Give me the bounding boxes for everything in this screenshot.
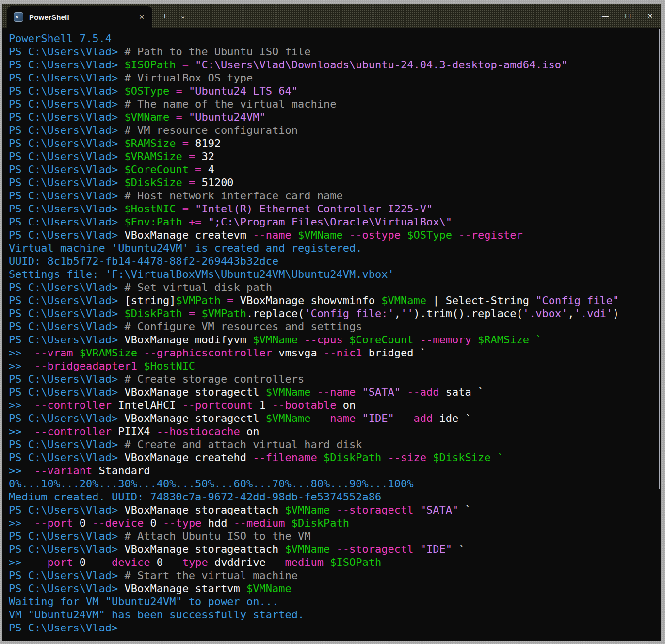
terminal-line: PS C:\Users\Vlad> VBoxManage createhd --… [9, 451, 661, 464]
terminal-line: Virtual machine 'Ubuntu24VM' is created … [9, 242, 661, 255]
terminal-line: PS C:\Users\Vlad> [9, 621, 661, 634]
terminal-line: PS C:\Users\Vlad> VBoxManage storageatta… [9, 543, 661, 556]
terminal-line: PS C:\Users\Vlad> # Configure VM resourc… [9, 320, 661, 333]
terminal-line: PS C:\Users\Vlad> # Path to the Ubuntu I… [9, 45, 661, 58]
tab-bar: >_ PowerShell ✕ + ⌄ — □ ✕ [2, 4, 661, 28]
terminal-line: PS C:\Users\Vlad> $HostNIC = "Intel(R) E… [9, 202, 661, 215]
terminal-line: PS C:\Users\Vlad> VBoxManage startvm $VM… [9, 582, 661, 595]
terminal-line: PS C:\Users\Vlad> # Host network interfa… [9, 189, 661, 202]
tab-dropdown-button[interactable]: ⌄ [174, 4, 192, 28]
terminal-line: PS C:\Users\Vlad> # Attach Ubuntu ISO to… [9, 530, 661, 543]
scrollbar[interactable] [659, 29, 660, 489]
terminal-line: Medium created. UUID: 74830c7a-9672-42dd… [9, 490, 661, 503]
terminal-line: PS C:\Users\Vlad> $RAMSize = 8192 [9, 137, 661, 150]
new-tab-button[interactable]: + [156, 4, 174, 28]
terminal-line: PS C:\Users\Vlad> $ISOPath = "C:\Users\V… [9, 58, 661, 71]
terminal-window: >_ PowerShell ✕ + ⌄ — □ ✕ PowerShell 7.5… [2, 4, 661, 641]
tab-powershell[interactable]: >_ PowerShell ✕ [7, 6, 152, 28]
terminal-line: >> --port 0 --device 0 --type hdd --medi… [9, 516, 661, 530]
terminal-line: >> --vram $VRAMSize --graphicscontroller… [9, 346, 661, 359]
terminal-line: PowerShell 7.5.4 [9, 32, 661, 45]
terminal-line: UUID: 8c1b5f72-fb14-4478-88f2-269443b32d… [9, 255, 661, 268]
terminal-line: PS C:\Users\Vlad> VBoxManage storagectl … [9, 412, 661, 425]
terminal-line: PS C:\Users\Vlad> # The name of the virt… [9, 97, 661, 111]
terminal-line: PS C:\Users\Vlad> # Set virtual disk pat… [9, 281, 661, 294]
terminal-line: PS C:\Users\Vlad> $VRAMSize = 32 [9, 150, 661, 163]
terminal-line: >> --variant Standard [9, 464, 661, 477]
terminal-line: >> --bridgeadapter1 $HostNIC [9, 359, 661, 372]
terminal-line: VM "Ubuntu24VM" has been successfully st… [9, 608, 661, 621]
terminal-line: PS C:\Users\Vlad> $Env:Path += ";C:\Prog… [9, 215, 661, 228]
terminal-line: PS C:\Users\Vlad> $OSType = "Ubuntu24_LT… [9, 84, 661, 97]
terminal-line: PS C:\Users\Vlad> $DiskPath = $VMPath.re… [9, 307, 661, 320]
terminal-line: PS C:\Users\Vlad> # VM resource configur… [9, 124, 661, 137]
terminal-line: PS C:\Users\Vlad> VBoxManage storageatta… [9, 503, 661, 516]
terminal-line: PS C:\Users\Vlad> $DiskSize = 51200 [9, 176, 661, 189]
terminal-line: PS C:\Users\Vlad> # VirtualBox OS type [9, 71, 661, 84]
window-controls: — □ ✕ [594, 4, 661, 28]
powershell-icon: >_ [14, 12, 23, 22]
terminal-line: >> --port 0 --device 0 --type dvddrive -… [9, 556, 661, 569]
terminal-line: PS C:\Users\Vlad> # Start the virtual ma… [9, 569, 661, 582]
tab-close-icon[interactable]: ✕ [136, 12, 147, 22]
terminal-line: PS C:\Users\Vlad> VBoxManage createvm --… [9, 228, 661, 242]
terminal-line: PS C:\Users\Vlad> [string]$VMPath = VBox… [9, 294, 661, 307]
terminal-output[interactable]: PowerShell 7.5.4PS C:\Users\Vlad> # Path… [2, 28, 661, 641]
terminal-line: Waiting for VM "Ubuntu24VM" to power on.… [9, 595, 661, 608]
terminal-line: PS C:\Users\Vlad> VBoxManage modifyvm $V… [9, 333, 661, 346]
terminal-line: PS C:\Users\Vlad> $VMName = "Ubuntu24VM" [9, 111, 661, 124]
terminal-line: PS C:\Users\Vlad> # Create and attach vi… [9, 438, 661, 451]
tab-title: PowerShell [29, 13, 130, 21]
terminal-line: PS C:\Users\Vlad> $CoreCount = 4 [9, 163, 661, 176]
close-button[interactable]: ✕ [639, 4, 661, 28]
minimize-button[interactable]: — [594, 4, 616, 28]
terminal-line: >> --controller PIIX4 --hostiocache on [9, 425, 661, 438]
terminal-line: PS C:\Users\Vlad> VBoxManage storagectl … [9, 386, 661, 399]
maximize-button[interactable]: □ [616, 4, 639, 28]
terminal-line: Settings file: 'F:\VirtualBoxVMs\Ubuntu2… [9, 268, 661, 281]
terminal-line: 0%...10%...20%...30%...40%...50%...60%..… [9, 477, 661, 490]
terminal-line: PS C:\Users\Vlad> # Create storage contr… [9, 372, 661, 386]
terminal-line: >> --controller IntelAHCI --portcount 1 … [9, 399, 661, 412]
